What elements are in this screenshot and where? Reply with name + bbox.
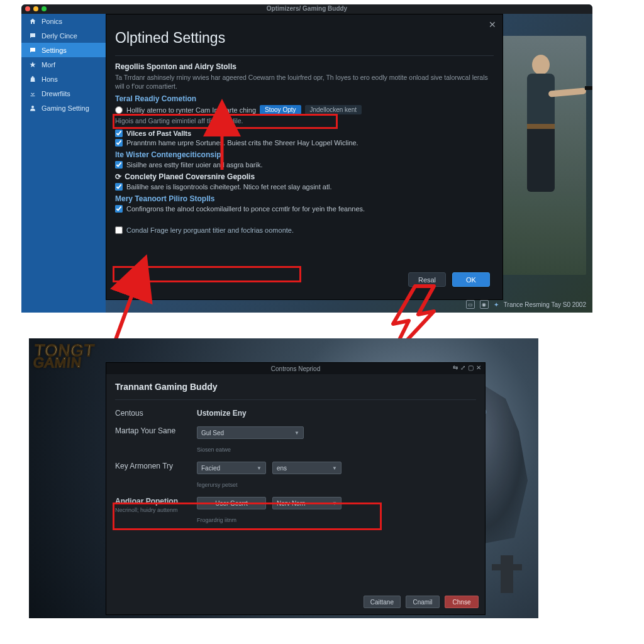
window-title: Optimizers/ Gaming Buddy bbox=[21, 5, 592, 12]
sidebar-item-label: Hons bbox=[42, 75, 58, 83]
checkbox-input[interactable] bbox=[115, 130, 123, 137]
form-sublabel: Necrinoll; huidry auttenm bbox=[115, 507, 197, 513]
ok-button[interactable]: OK bbox=[452, 272, 490, 287]
maximize-icon[interactable]: ▢ bbox=[468, 364, 474, 371]
checkbox-input[interactable] bbox=[115, 139, 123, 147]
bag-icon bbox=[29, 75, 36, 83]
chat-icon bbox=[29, 32, 36, 40]
option-pill[interactable]: Stooy Opty bbox=[260, 105, 301, 114]
form-hint: Siosen eatwe bbox=[197, 447, 304, 453]
checkbox-label: Pranntnm hame urpre Sortunes. Buiest cri… bbox=[126, 139, 358, 147]
grave-cross-art bbox=[501, 555, 513, 593]
status-text: Trance Resming Tay S0 2002 bbox=[504, 301, 586, 308]
checkbox-row[interactable]: Pranntnm hame urpre Sortunes. Buiest cri… bbox=[115, 139, 494, 147]
form-label: Key Armonen Try bbox=[115, 462, 197, 470]
settings-window: Controns Nepriod ⇆ ⤢ ▢ ✕ Trannant Gaming… bbox=[106, 362, 486, 615]
sidebar-item-gaming-setting[interactable]: Gaming Setting bbox=[21, 101, 106, 115]
form-label: Andioar Popetion bbox=[115, 497, 197, 506]
sidebar-item-hons[interactable]: Hons bbox=[21, 72, 106, 86]
section-heading: Teral Readiy Cometion bbox=[115, 94, 494, 103]
refresh-icon: ⟳ bbox=[115, 172, 123, 181]
checkbox-label: Vilces of Past Vallts bbox=[126, 130, 191, 137]
sync-icon[interactable]: ⇆ bbox=[453, 364, 458, 371]
close-icon[interactable]: ✕ bbox=[489, 19, 496, 30]
checkbox-input[interactable] bbox=[115, 226, 123, 234]
checkbox-input[interactable] bbox=[115, 183, 123, 191]
checkbox-row[interactable]: Confingrons the alnod cockomilaillerd to… bbox=[115, 205, 494, 213]
sidebar-item-label: Derly Cince bbox=[42, 32, 77, 40]
chat-icon bbox=[29, 47, 36, 54]
section-heading: ⟳ Conclety Planed Coversnire Gepolis bbox=[115, 172, 494, 181]
camera-icon[interactable]: ◉ bbox=[480, 300, 489, 309]
form-row: Key Armonen Try Facied▼ ens▼ fegerursy p… bbox=[115, 462, 476, 488]
section-heading: Mery Teanoort Piliro Stoplls bbox=[115, 194, 494, 203]
form-row: Martap Your Sane Gul Sed▼ Siosen eatwe bbox=[115, 426, 476, 453]
sidebar-item-ponics[interactable]: Ponics bbox=[21, 14, 106, 28]
bottom-screenshot: TONGTGAMIN Controns Nepriod ⇆ ⤢ ▢ ✕ Tran… bbox=[29, 338, 538, 618]
sidebar-item-label: Settings bbox=[42, 47, 67, 54]
sidebar-item-morf[interactable]: Morf bbox=[21, 57, 106, 72]
chevron-down-icon: ▼ bbox=[294, 430, 299, 436]
sidebar-item-label: Drewrfiits bbox=[42, 90, 70, 97]
restore-icon[interactable]: ⤢ bbox=[460, 364, 465, 371]
dialog-title: Olptined Settings bbox=[115, 30, 494, 47]
checkbox-row[interactable]: Vilces of Past Vallts bbox=[115, 130, 494, 137]
close-button[interactable]: Chnse bbox=[445, 596, 479, 608]
window-titlebar: Controns Nepriod ⇆ ⤢ ▢ ✕ bbox=[106, 363, 485, 374]
game-hero-art bbox=[498, 36, 586, 275]
close-icon[interactable]: ✕ bbox=[476, 364, 481, 371]
window-title: Controns Nepriod bbox=[271, 365, 320, 372]
star-icon bbox=[29, 61, 36, 69]
checkbox-label: Sisilhe ares estty fiiter uoier and asgr… bbox=[126, 161, 262, 169]
sidebar-item-derly[interactable]: Derly Cince bbox=[21, 28, 106, 43]
game-logo: TONGTGAMIN bbox=[33, 343, 96, 369]
continue-button[interactable]: Caittane bbox=[364, 596, 401, 608]
chevron-down-icon: ▼ bbox=[332, 465, 337, 471]
settings-dialog: ✕ Olptined Settings Regollis Sponton and… bbox=[106, 14, 503, 300]
user-guest-button[interactable]: User Gesrrt bbox=[197, 497, 266, 509]
select-dropdown[interactable]: Gul Sed▼ bbox=[197, 426, 304, 439]
reset-button[interactable]: Resal bbox=[408, 272, 446, 287]
form-value: Ustomize Eny bbox=[197, 409, 247, 418]
option-pill[interactable]: Jndellocken kent bbox=[305, 105, 362, 114]
sidebar-item-downloads[interactable]: Drewrfiits bbox=[21, 86, 106, 101]
sparkle-icon: ✦ bbox=[494, 301, 499, 308]
section-description: Ta Trrdanr ashinsely rniny wvies har age… bbox=[115, 73, 494, 91]
checkbox-row[interactable]: Condal Frage lery porguant titier and fo… bbox=[115, 226, 494, 234]
checkbox-input[interactable] bbox=[115, 205, 123, 213]
radio-input[interactable] bbox=[115, 106, 123, 114]
sidebar-item-settings[interactable]: Settings bbox=[21, 43, 106, 57]
top-screenshot: Optimizers/ Gaming Buddy Ponics Derly Ci… bbox=[21, 4, 592, 313]
panel-heading: Trannant Gaming Buddy bbox=[115, 382, 476, 392]
select-dropdown[interactable]: Nerv Norn▼ bbox=[272, 497, 341, 509]
monitor-icon[interactable]: ▭ bbox=[466, 300, 475, 309]
checkbox-label: Baililhe sare is lisgontrools ciheiteget… bbox=[126, 183, 332, 191]
titlebar: Optimizers/ Gaming Buddy bbox=[21, 4, 592, 14]
form-row: Centous Ustomize Eny bbox=[115, 409, 476, 418]
form-label: Martap Your Sane bbox=[115, 426, 197, 435]
form-label: Centous bbox=[115, 409, 197, 418]
checkbox-label: Confingrons the alnod cockomilaillerd to… bbox=[126, 205, 365, 213]
checkbox-row[interactable]: Baililhe sare is lisgontrools ciheiteget… bbox=[115, 183, 494, 191]
form-hint: fegerursy petset bbox=[197, 482, 341, 488]
checkbox-label: Condal Frage lery porguant titier and fo… bbox=[126, 226, 294, 234]
sidebar: Ponics Derly Cince Settings Morf Hons Dr… bbox=[21, 14, 106, 313]
chevron-down-icon: ▼ bbox=[332, 501, 337, 506]
cancel-button[interactable]: Cnamil bbox=[406, 596, 440, 608]
select-dropdown[interactable]: Facied▼ bbox=[197, 462, 266, 474]
select-dropdown[interactable]: ens▼ bbox=[272, 462, 341, 474]
checkbox-input[interactable] bbox=[115, 161, 123, 169]
sidebar-item-label: Gaming Setting bbox=[42, 104, 89, 112]
sidebar-item-label: Ponics bbox=[42, 18, 62, 25]
form-row-highlighted: Andioar Popetion Necrinoll; huidry autte… bbox=[115, 497, 476, 523]
section-heading: lte Wister Contengeciticonsip bbox=[115, 150, 494, 159]
radio-row[interactable]: Hollliy aterno to rynter Cam In Marte ch… bbox=[115, 105, 494, 114]
status-bar: ▭ ◉ ✦ Trance Resming Tay S0 2002 bbox=[466, 300, 586, 309]
checkbox-row[interactable]: Sisilhe ares estty fiiter uoier and asgr… bbox=[115, 161, 494, 169]
chevron-down-icon: ▼ bbox=[257, 465, 262, 471]
download-icon bbox=[29, 90, 36, 97]
sidebar-item-label: Morf bbox=[42, 61, 55, 69]
home-icon bbox=[29, 18, 36, 25]
section-note: Higois and Garting eimintiel aff tliny C… bbox=[115, 116, 494, 125]
section-heading: Regollis Sponton and Aidry Stolls bbox=[115, 62, 494, 71]
